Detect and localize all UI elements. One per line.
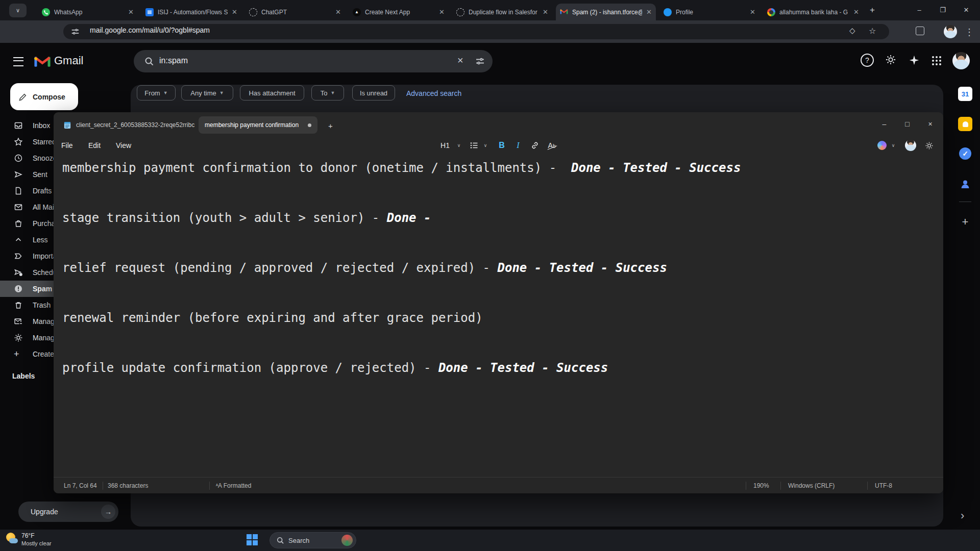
weather-temp[interactable]: 76°F [21,532,34,539]
heading-style-button[interactable]: H1 [436,136,454,155]
tasks-icon[interactable]: ✓ [958,146,972,161]
tab-search-button[interactable]: ∨ [9,4,27,17]
advanced-search-link[interactable]: Advanced search [406,89,461,97]
clear-formatting-icon[interactable]: Ab [545,136,559,155]
browser-tab-chatgpt[interactable]: ChatGPT ✕ [245,4,345,20]
browser-minimize-button[interactable]: – [908,0,931,19]
browser-tab-whatsapp[interactable]: WhatsApp ✕ [38,4,138,20]
start-button[interactable] [247,534,258,545]
notepad-file-icon [64,121,71,129]
bag-icon [14,219,23,228]
menu-view[interactable]: View [116,136,131,155]
bullet-list-icon[interactable] [468,136,480,155]
gmail-account-avatar[interactable] [952,52,970,69]
taskbar-search[interactable]: Search [270,532,356,548]
browser-close-button[interactable]: ✕ [954,0,978,19]
profile-app-icon [664,8,672,16]
chip-is-unread[interactable]: Is unread [352,85,395,101]
compose-button[interactable]: Compose [10,83,78,110]
bookmark-star-icon[interactable]: ☆ [869,26,876,36]
browser-profile-avatar[interactable] [944,25,957,38]
chevron-down-icon[interactable]: ∨ [481,136,489,155]
browser-tab-google-search[interactable]: allahumma barik laha - G ✕ [763,4,863,20]
notepad-new-tab-button[interactable]: + [328,121,333,130]
google-icon [767,8,775,16]
keep-icon[interactable] [958,117,972,131]
arrow-right-icon[interactable]: → [101,505,115,519]
new-tab-button[interactable]: + [870,5,875,15]
notepad-tab-title: membership payment confirmation [205,121,304,129]
chevron-down-icon[interactable]: ∨ [890,136,897,155]
google-apps-grid-icon[interactable] [932,56,941,65]
tab-close-icon[interactable]: ✕ [232,8,237,16]
chip-from[interactable]: From▼ [137,85,176,101]
site-settings-icon[interactable] [70,27,80,36]
search-options-icon[interactable] [475,56,485,66]
gmail-search-bar[interactable]: in:spam × [134,50,493,72]
schedule-send-icon [14,268,23,277]
encoding[interactable]: UTF-8 [875,478,892,493]
browser-menu-icon[interactable]: ⋮ [962,24,977,40]
clear-search-icon[interactable]: × [457,55,463,66]
link-icon[interactable] [528,136,542,155]
help-icon[interactable]: ? [861,54,874,67]
get-addons-plus-icon[interactable]: + [958,215,972,229]
settings-gear-icon[interactable] [885,54,896,65]
spam-icon [14,284,23,293]
gemini-sparkle-icon[interactable] [909,55,920,66]
notepad-account-avatar[interactable] [905,140,916,151]
browser-tab-next-app[interactable]: ▲ Create Next App ✕ [349,4,449,20]
formatting-mode[interactable]: ᴬA Formatted [216,478,251,493]
tab-close-icon[interactable]: ✕ [646,8,652,16]
search-icon[interactable] [144,56,154,66]
url-text[interactable]: mail.google.com/mail/u/0/?ogbl#spam [90,26,210,34]
chip-to[interactable]: To▼ [311,85,344,101]
tab-close-icon[interactable]: ✕ [853,8,859,16]
mail-minus-icon [14,317,23,326]
main-menu-icon[interactable] [13,57,23,66]
extensions-icon[interactable] [916,27,924,35]
browser-tab-profile[interactable]: Profile ✕ [659,4,760,20]
notepad-maximize-button[interactable]: □ [896,112,919,136]
notepad-tab-client-secret[interactable]: client_secret_2_60053885332-2reqe52rribc [59,116,198,134]
tab-close-icon[interactable]: ✕ [750,8,755,16]
notepad-settings-gear-icon[interactable] [922,136,936,155]
upgrade-button[interactable]: Upgrade → [18,502,118,522]
chip-has-attachment[interactable]: Has attachment [240,85,304,101]
menu-edit[interactable]: Edit [88,136,101,155]
star-icon [14,137,23,146]
browser-tab-salesforce-flow[interactable]: Duplicate flow in Salesfor ✕ [452,4,552,20]
reading-mode-icon[interactable]: ◇ [849,26,855,35]
chip-any-time[interactable]: Any time▼ [181,85,233,101]
copilot-icon[interactable] [876,136,888,155]
bold-button[interactable]: B [496,136,508,155]
doc-line: profile update confirmation (approve / r… [62,356,930,381]
notepad-tab-membership[interactable]: membership payment confirmation [199,116,317,134]
file-icon [14,186,23,195]
gmail-icon [560,8,568,16]
tab-close-icon[interactable]: ✕ [543,8,548,16]
italic-button[interactable]: I [512,136,524,155]
search-input[interactable]: in:spam [159,56,188,65]
browser-maximize-button[interactable]: ❐ [931,0,954,19]
browser-tab-isij[interactable]: ISIJ - Automation/Flows S ✕ [141,4,241,20]
pencil-icon [18,92,28,102]
weather-icon[interactable] [5,533,18,546]
chevron-right-icon[interactable]: › [961,509,964,522]
menu-file[interactable]: File [61,136,73,155]
weather-desc[interactable]: Mostly clear [21,540,52,546]
calendar-icon[interactable]: 31 [958,87,972,101]
notepad-close-button[interactable]: × [919,112,942,136]
notepad-editor[interactable]: membership payment confirmation to donor… [62,156,930,381]
line-endings[interactable]: Windows (CRLF) [788,478,835,493]
contacts-icon[interactable] [958,177,972,191]
notepad-minimize-button[interactable]: – [873,112,896,136]
chevron-down-icon[interactable]: ∨ [455,136,463,155]
tab-close-icon[interactable]: ✕ [439,8,445,16]
whatsapp-icon [42,8,50,16]
tab-close-icon[interactable]: ✕ [128,8,134,16]
zoom-level[interactable]: 190% [753,478,769,493]
browser-tab-gmail-spam[interactable]: Spam (2) - ishann.tforce@ ✕ [556,4,656,20]
tab-close-icon[interactable]: ✕ [335,8,341,16]
chevron-down-icon: ▼ [330,90,335,95]
